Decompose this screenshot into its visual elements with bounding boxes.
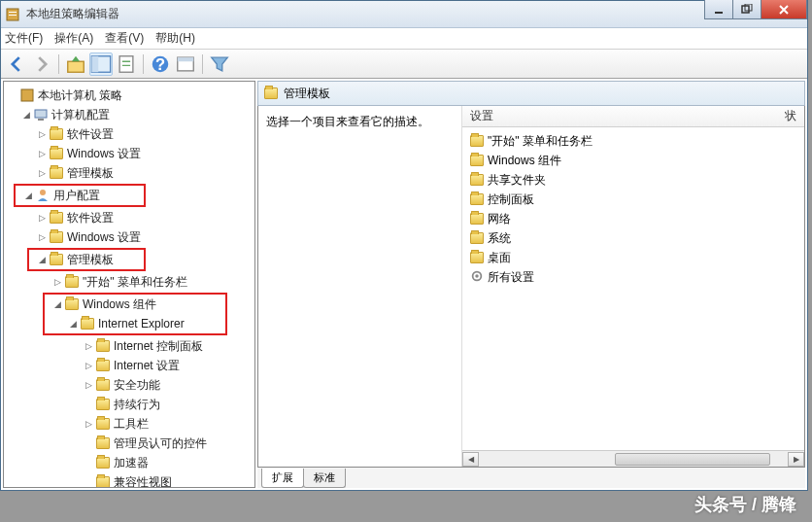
- properties-button[interactable]: [174, 52, 197, 76]
- collapse-icon[interactable]: ◢: [19, 108, 33, 122]
- svg-rect-8: [91, 55, 98, 72]
- horizontal-scrollbar[interactable]: ◀ ▶: [462, 450, 804, 467]
- folder-icon: [81, 318, 94, 330]
- expand-icon[interactable]: ▷: [82, 359, 95, 372]
- svg-rect-16: [38, 119, 44, 121]
- scroll-thumb[interactable]: [615, 453, 770, 466]
- scroll-left-button[interactable]: ◀: [462, 452, 479, 467]
- tree-item[interactable]: ▷Windows 设置: [6, 144, 253, 163]
- list-item[interactable]: Windows 组件: [466, 151, 800, 170]
- tree-item[interactable]: 加速器: [6, 453, 253, 472]
- expand-icon[interactable]: ▷: [35, 211, 49, 225]
- collapse-icon[interactable]: ◢: [51, 297, 64, 311]
- svg-rect-6: [68, 61, 85, 72]
- menu-help[interactable]: 帮助(H): [155, 30, 195, 47]
- tree-item[interactable]: ▷"开始" 菜单和任务栏: [6, 272, 253, 292]
- folder-icon: [470, 232, 484, 244]
- expand-icon[interactable]: ▷: [82, 339, 95, 353]
- bottom-tabs: 扩展 标准: [257, 467, 805, 488]
- tab-standard[interactable]: 标准: [303, 469, 346, 488]
- folder-icon: [96, 457, 110, 469]
- export-button[interactable]: [115, 52, 138, 76]
- collapse-icon[interactable]: ◢: [21, 189, 35, 202]
- folder-icon: [50, 128, 63, 140]
- tree-item[interactable]: 持续行为: [6, 395, 253, 414]
- expand-icon[interactable]: ▷: [82, 417, 95, 431]
- description-pane: 选择一个项目来查看它的描述。: [258, 106, 462, 467]
- show-tree-button[interactable]: [89, 52, 113, 76]
- tree-internet-explorer[interactable]: ◢Internet Explorer: [45, 314, 225, 333]
- maximize-button[interactable]: [732, 0, 761, 19]
- tree-admin-templates[interactable]: ◢管理模板: [29, 250, 144, 269]
- collapse-icon[interactable]: ◢: [66, 317, 80, 331]
- column-header[interactable]: 设置 状: [462, 106, 804, 127]
- help-button[interactable]: ?: [149, 52, 172, 76]
- forward-button[interactable]: [30, 52, 53, 76]
- tree-computer-config[interactable]: ◢计算机配置: [6, 105, 253, 124]
- settings-list[interactable]: "开始" 菜单和任务栏 Windows 组件 共享文件夹 控制面板 网络 系统 …: [462, 127, 804, 450]
- expand-icon[interactable]: ▷: [35, 230, 49, 244]
- expand-icon[interactable]: ▷: [35, 166, 49, 180]
- svg-rect-13: [178, 57, 194, 61]
- tree-windows-components[interactable]: ◢Windows 组件: [45, 295, 225, 314]
- scroll-right-button[interactable]: ▶: [788, 452, 804, 467]
- list-item[interactable]: 共享文件夹: [466, 170, 800, 190]
- tab-extended[interactable]: 扩展: [261, 469, 304, 488]
- list-item[interactable]: 系统: [466, 228, 800, 248]
- filter-button[interactable]: [208, 52, 231, 76]
- tree-item[interactable]: ▷安全功能: [6, 375, 253, 395]
- expand-icon[interactable]: ▷: [51, 275, 64, 289]
- minimize-button[interactable]: [704, 0, 733, 19]
- col-state[interactable]: 状: [785, 108, 796, 124]
- svg-point-19: [475, 274, 479, 278]
- list-item[interactable]: 控制面板: [466, 190, 800, 209]
- folder-icon: [96, 418, 110, 430]
- tree-panel[interactable]: 本地计算机 策略 ◢计算机配置 ▷软件设置 ▷Windows 设置 ▷管理模板 …: [3, 81, 255, 488]
- close-button[interactable]: [761, 0, 807, 19]
- folder-icon: [50, 212, 63, 224]
- description-hint: 选择一个项目来查看它的描述。: [266, 114, 454, 130]
- expand-icon[interactable]: ▷: [82, 378, 95, 392]
- right-header: 管理模板: [257, 81, 805, 106]
- tree-item[interactable]: ▷Windows 设置: [6, 227, 253, 247]
- col-setting[interactable]: 设置: [470, 108, 785, 124]
- tree-user-config[interactable]: ◢用户配置: [16, 186, 144, 205]
- toolbar: ?: [1, 50, 807, 79]
- tree-item[interactable]: ▷软件设置: [6, 208, 253, 227]
- tree-item[interactable]: ▷Internet 控制面板: [6, 336, 253, 356]
- app-icon: [5, 7, 20, 22]
- window-title: 本地组策略编辑器: [26, 6, 119, 22]
- menu-view[interactable]: 查看(V): [105, 30, 144, 47]
- tree-item[interactable]: 管理员认可的控件: [6, 434, 253, 453]
- tree-item[interactable]: ▷软件设置: [6, 124, 253, 144]
- content-area: 本地计算机 策略 ◢计算机配置 ▷软件设置 ▷Windows 设置 ▷管理模板 …: [1, 79, 807, 490]
- expand-icon[interactable]: ▷: [35, 127, 49, 141]
- menu-action[interactable]: 操作(A): [54, 30, 93, 47]
- back-button[interactable]: [5, 52, 28, 76]
- folder-icon: [96, 379, 110, 391]
- menu-file[interactable]: 文件(F): [5, 30, 43, 47]
- svg-rect-9: [119, 55, 133, 72]
- main-window: 本地组策略编辑器 文件(F) 操作(A) 查看(V) 帮助(H) ? 本地计算机…: [0, 0, 808, 491]
- svg-text:?: ?: [155, 54, 165, 72]
- list-item[interactable]: 桌面: [466, 248, 800, 267]
- tree-item[interactable]: ▷Internet 设置: [6, 356, 253, 375]
- list-item[interactable]: 网络: [466, 209, 800, 228]
- list-item[interactable]: "开始" 菜单和任务栏: [466, 131, 800, 151]
- folder-icon: [470, 213, 484, 225]
- folder-icon: [96, 476, 110, 488]
- user-icon: [35, 188, 51, 203]
- folder-icon: [96, 399, 110, 410]
- collapse-icon[interactable]: ◢: [35, 253, 49, 266]
- svg-rect-15: [35, 110, 47, 118]
- folder-icon: [65, 276, 79, 288]
- tree-root[interactable]: 本地计算机 策略: [6, 86, 253, 105]
- tree-item[interactable]: ▷管理模板: [6, 163, 253, 183]
- tree-item[interactable]: ▷工具栏: [6, 414, 253, 434]
- expand-icon[interactable]: ▷: [35, 147, 49, 160]
- list-item[interactable]: 所有设置: [466, 267, 800, 287]
- titlebar[interactable]: 本地组策略编辑器: [1, 1, 807, 28]
- up-button[interactable]: [64, 52, 87, 76]
- tree-item[interactable]: 兼容性视图: [6, 472, 253, 488]
- policy-icon: [19, 87, 35, 103]
